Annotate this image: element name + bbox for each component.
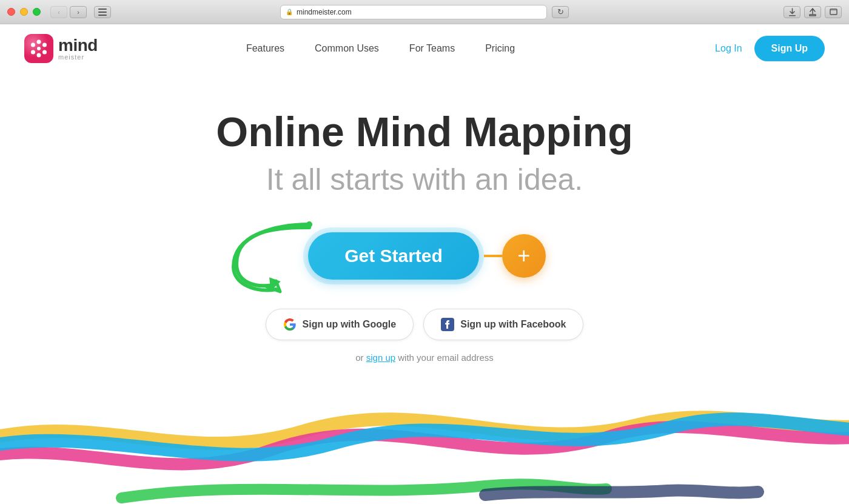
nav-links: Features Common Uses For Teams Pricing [198, 43, 515, 54]
google-icon [283, 318, 297, 331]
lock-icon: 🔒 [286, 8, 293, 15]
hero-section: Online Mind Mapping It all starts with a… [0, 73, 849, 363]
hero-subtitle: It all starts with an idea. [266, 162, 583, 197]
facebook-icon [441, 318, 454, 331]
window-chrome: ‹ › 🔒 mindmeister.com ↻ [0, 0, 849, 24]
sidebar-button[interactable] [94, 6, 111, 18]
cta-area: Get Started + [303, 227, 546, 284]
signup-button[interactable]: Sign Up [754, 36, 825, 61]
svg-point-11 [37, 53, 41, 58]
fullscreen-button[interactable] [825, 6, 842, 18]
svg-point-13 [31, 43, 35, 47]
svg-point-9 [42, 43, 47, 47]
nav-for-teams[interactable]: For Teams [409, 43, 455, 54]
svg-rect-0 [98, 8, 107, 10]
logo-meister: meister [58, 54, 98, 61]
email-prefix: or [355, 352, 366, 363]
facebook-signup-button[interactable]: Sign up with Facebook [423, 309, 583, 340]
facebook-signup-label: Sign up with Facebook [460, 319, 566, 330]
plus-node[interactable]: + [502, 234, 546, 278]
get-started-wrapper: Get Started + [303, 227, 546, 284]
connector-line [484, 255, 502, 257]
google-signup-button[interactable]: Sign up with Google [266, 309, 414, 340]
logo-mind: mind [58, 37, 98, 54]
logo-icon [24, 34, 53, 63]
back-button[interactable]: ‹ [50, 6, 67, 18]
svg-rect-3 [789, 15, 796, 16]
minimize-button[interactable] [20, 8, 28, 16]
nav-common-uses[interactable]: Common Uses [315, 43, 379, 54]
nav-features[interactable]: Features [246, 43, 284, 54]
nav-actions: Log In Sign Up [715, 36, 825, 61]
nav-pricing[interactable]: Pricing [485, 43, 515, 54]
navbar: mind meister Features Common Uses For Te… [0, 24, 849, 73]
logo-text: mind meister [58, 37, 98, 61]
website-content: mind meister Features Common Uses For Te… [0, 24, 849, 504]
svg-point-10 [42, 50, 47, 55]
svg-rect-5 [830, 9, 837, 11]
google-signup-label: Sign up with Google [303, 319, 397, 330]
svg-point-12 [31, 50, 35, 55]
logo[interactable]: mind meister [24, 34, 98, 63]
email-signup-text: or sign up with your email address [355, 352, 494, 363]
svg-point-16 [306, 221, 312, 227]
share-button[interactable] [804, 6, 821, 18]
svg-rect-2 [98, 15, 107, 16]
email-signup-link[interactable]: sign up [366, 352, 395, 363]
social-buttons: Sign up with Google Sign up with Faceboo… [266, 309, 584, 340]
svg-point-14 [37, 47, 41, 50]
svg-point-8 [37, 40, 41, 44]
forward-button[interactable]: › [70, 6, 87, 18]
url-text: mindmeister.com [297, 8, 352, 16]
email-suffix: with your email address [395, 352, 494, 363]
reload-button[interactable]: ↻ [552, 6, 569, 18]
maximize-button[interactable] [33, 8, 41, 16]
hero-title: Online Mind Mapping [216, 109, 633, 155]
svg-rect-1 [98, 12, 107, 13]
login-button[interactable]: Log In [715, 43, 742, 54]
close-button[interactable] [7, 8, 15, 16]
download-button[interactable] [784, 6, 800, 18]
get-started-outer: Get Started [303, 227, 484, 284]
get-started-button[interactable]: Get Started [308, 232, 479, 280]
address-bar[interactable]: 🔒 mindmeister.com [280, 5, 547, 19]
